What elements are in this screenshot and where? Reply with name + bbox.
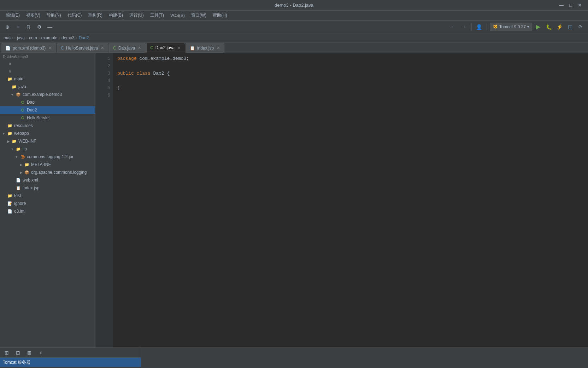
breadcrumb-main[interactable]: main bbox=[4, 35, 13, 40]
run-btn[interactable]: ▶ bbox=[534, 22, 543, 31]
tab-dao-close[interactable]: ✕ bbox=[137, 45, 142, 51]
folder-icon-a: a bbox=[7, 61, 13, 66]
tab-index-close[interactable]: ✕ bbox=[216, 45, 220, 51]
window-title: demo3 - Dao2.java bbox=[275, 2, 313, 8]
close-btn[interactable]: ✕ bbox=[575, 2, 584, 8]
folder-icon-java: 📁 bbox=[11, 84, 17, 90]
breadcrumb-java[interactable]: java bbox=[17, 35, 25, 40]
tree-item-test[interactable]: 📁 test bbox=[0, 192, 95, 200]
account-btn[interactable]: 👤 bbox=[475, 22, 484, 31]
tab-index[interactable]: 📋 index.jsp ✕ bbox=[186, 43, 224, 53]
tree-item-lib[interactable]: ▾ 📁 lib bbox=[0, 145, 95, 153]
jsp-icon: 📋 bbox=[190, 46, 195, 51]
tab-dao[interactable]: C Dao.java ✕ bbox=[109, 43, 146, 53]
menu-tools[interactable]: 工具(T) bbox=[147, 12, 167, 19]
project-icon-btn[interactable]: ⊕ bbox=[3, 22, 12, 31]
folder-icon-main: 📁 bbox=[7, 76, 13, 82]
breadcrumb-demo3[interactable]: demo3 bbox=[61, 35, 75, 40]
text-icon-gitignore: 📝 bbox=[7, 201, 13, 206]
menu-code[interactable]: 代码(C) bbox=[65, 12, 85, 19]
more-run-btn[interactable]: ⟳ bbox=[576, 22, 585, 31]
menu-refactor[interactable]: 重构(R) bbox=[85, 12, 105, 19]
services-detail-panel: 选择服务以查看详细信息 bbox=[141, 348, 588, 368]
tab-hello-close[interactable]: ✕ bbox=[100, 45, 105, 51]
tree-label-webapp: webapp bbox=[14, 131, 29, 136]
editor-content[interactable]: 1 2 3 4 5 6 package com.example.demo3; p… bbox=[95, 53, 588, 347]
run-controls: ← → 👤 🐱 Tomcat 9.0.27 ▾ ▶ 🐛 ⚡ ◫ ⟳ bbox=[449, 22, 585, 31]
tree-label-indexjsp: index.jsp bbox=[23, 185, 39, 190]
tree-item-commons-jar[interactable]: ▾ 🗜 commons-logging-1.2.jar bbox=[0, 153, 95, 161]
tree-item-indexjsp[interactable]: 📋 index.jsp bbox=[0, 184, 95, 192]
tree-item-package[interactable]: ▾ 📦 com.example.demo3 bbox=[0, 91, 95, 98]
tab-pom-label: pom.xml (demo3) bbox=[13, 46, 46, 51]
menu-run[interactable]: 运行(U) bbox=[127, 12, 147, 19]
main-layout: D:\idea\demo3 a n 📁 main 📁 bbox=[0, 53, 588, 347]
tree-item-iml[interactable]: 📄 o3.iml bbox=[0, 207, 95, 215]
jsp-icon-sidebar: 📋 bbox=[16, 185, 21, 191]
tree-item-dao2[interactable]: C Dao2 bbox=[0, 106, 95, 114]
breadcrumb-example[interactable]: example bbox=[41, 35, 57, 40]
tab-hello-label: HelloServlet.java bbox=[66, 46, 98, 51]
menu-build[interactable]: 构建(B) bbox=[106, 12, 126, 19]
nav-forward-btn[interactable]: → bbox=[459, 22, 469, 31]
tree-item-helloservlet[interactable]: C HelloServlet bbox=[0, 114, 95, 122]
maximize-btn[interactable]: □ bbox=[566, 2, 575, 8]
menu-vcs[interactable]: VCS(S) bbox=[167, 12, 188, 19]
run-config-selector[interactable]: 🐱 Tomcat 9.0.27 ▾ bbox=[490, 23, 532, 31]
menu-nav[interactable]: 导航(N) bbox=[44, 12, 64, 19]
tab-dao-label: Dao.java bbox=[118, 46, 135, 51]
tree-item-n[interactable]: n bbox=[0, 67, 95, 75]
line-num-2: 2 bbox=[95, 63, 110, 70]
coverage-btn[interactable]: ◫ bbox=[565, 22, 575, 31]
sort-btn[interactable]: ⇅ bbox=[24, 22, 33, 31]
tree-item-a[interactable]: a bbox=[0, 59, 95, 67]
tree-item-resources[interactable]: 📁 resources bbox=[0, 122, 95, 130]
tree-item-metainf[interactable]: ▶ 📁 META-INF bbox=[0, 161, 95, 168]
menu-view[interactable]: 视图(V) bbox=[23, 12, 43, 19]
tree-label-webinf: WEB-INF bbox=[18, 139, 36, 144]
list-view-btn[interactable]: ≡ bbox=[13, 22, 23, 31]
minimize-btn[interactable]: — bbox=[556, 2, 566, 8]
tree-item-webxml[interactable]: 📄 web.xml bbox=[0, 176, 95, 184]
tab-index-label: index.jsp bbox=[197, 46, 214, 51]
code-content[interactable]: package com.example.demo3; public class … bbox=[113, 53, 588, 347]
class-icon-dao: C bbox=[20, 99, 25, 105]
profile-btn[interactable]: ⚡ bbox=[555, 22, 564, 31]
tree-label-test: test bbox=[14, 193, 21, 198]
line-num-5: 5 bbox=[95, 85, 110, 92]
folder-icon-test: 📁 bbox=[7, 193, 13, 199]
breadcrumb-dao2[interactable]: Dao2 bbox=[79, 35, 89, 40]
main-toolbar: ⊕ ≡ ⇅ ⚙ — ← → 👤 🐱 Tomcat 9.0.27 ▾ ▶ 🐛 ⚡ … bbox=[0, 21, 588, 33]
nav-back-btn[interactable]: ← bbox=[449, 22, 458, 31]
tree-label-orgapache: org.apache.commons.logging bbox=[31, 170, 87, 175]
tree-item-java[interactable]: 📁 java bbox=[0, 83, 95, 91]
breadcrumb-com[interactable]: com bbox=[29, 35, 37, 40]
tab-pom-close[interactable]: ✕ bbox=[48, 45, 52, 51]
menu-help[interactable]: 帮助(H) bbox=[210, 12, 230, 19]
tree-item-webapp[interactable]: ▾ 📁 webapp bbox=[0, 130, 95, 137]
tree-item-orgapache[interactable]: ▶ 📦 org.apache.commons.logging bbox=[0, 168, 95, 176]
services-toolbar-btn2[interactable]: ⊟ bbox=[13, 348, 23, 357]
tree-item-webinf[interactable]: ▶ 📁 WEB-INF bbox=[0, 137, 95, 145]
minimize-panel-btn[interactable]: — bbox=[45, 22, 54, 31]
tree-item-gitignore[interactable]: 📝 ignore bbox=[0, 200, 95, 207]
tab-dao2-close[interactable]: ✕ bbox=[177, 45, 181, 51]
package-icon: 📦 bbox=[16, 92, 21, 97]
settings-btn[interactable]: ⚙ bbox=[35, 22, 44, 31]
menu-window[interactable]: 窗口(W) bbox=[188, 12, 209, 19]
services-toolbar-btn4[interactable]: + bbox=[36, 348, 45, 357]
tab-hello[interactable]: C HelloServlet.java ✕ bbox=[57, 43, 108, 53]
jar-icon: 🗜 bbox=[20, 154, 25, 160]
title-bar: demo3 - Dao2.java — □ ✕ bbox=[0, 0, 588, 11]
class-icon-dao2: C bbox=[20, 107, 25, 113]
tree-item-main[interactable]: 📁 main bbox=[0, 75, 95, 83]
folder-icon-resources: 📁 bbox=[7, 123, 13, 128]
folder-icon-n: n bbox=[7, 68, 13, 74]
tree-item-dao[interactable]: C Dao bbox=[0, 98, 95, 106]
services-toolbar-btn1[interactable]: ⊞ bbox=[2, 348, 11, 357]
menu-edit[interactable]: 编辑(E) bbox=[3, 12, 23, 19]
services-toolbar-btn3[interactable]: ⊠ bbox=[25, 348, 34, 357]
debug-btn[interactable]: 🐛 bbox=[544, 22, 553, 31]
tab-pom[interactable]: 📄 pom.xml (demo3) ✕ bbox=[1, 43, 56, 53]
tab-dao2[interactable]: C Dao2.java ✕ bbox=[146, 43, 185, 53]
